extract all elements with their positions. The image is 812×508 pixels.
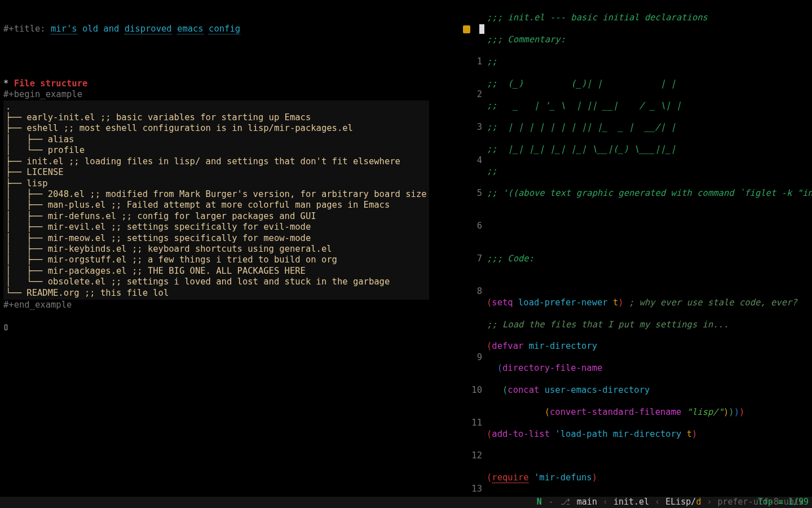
gutter-num: 12 — [460, 450, 487, 461]
tree-line: │ ├── mir-evil.el ;; settings specifical… — [6, 222, 311, 232]
tree-line: │ └── obsolete.el ;; settings i loved an… — [6, 277, 390, 287]
gutter-num: 5 — [460, 188, 487, 199]
org-heading-star: * — [3, 78, 14, 89]
gutter-num: 6 — [460, 221, 487, 231]
end-example: #+end_example — [3, 300, 72, 310]
example-block[interactable]: . ├── early-init.el ;; basic variables f… — [3, 100, 429, 300]
code-line: ;; — [487, 56, 812, 67]
code-line: ;;; Commentary: — [487, 34, 812, 45]
code-line — [487, 210, 812, 221]
buffer-name[interactable]: init.el — [610, 497, 652, 507]
gutter-num: 4 — [460, 155, 487, 166]
tree-line: ├── early-init.el ;; basic variables for… — [6, 112, 311, 122]
code-line: ;; | | | | | | | || |_ _ | __/| | — [487, 122, 812, 133]
code-line: (require 'mir-defuns) — [487, 472, 812, 483]
code-line: (setq load-prefer-newer t) ; why ever us… — [487, 297, 812, 308]
modeline-dash: - — [545, 497, 557, 507]
code-line: (directory-file-name — [487, 363, 812, 374]
code-line — [487, 275, 812, 286]
point-cursor — [479, 24, 484, 34]
gutter-num: 13 — [460, 484, 487, 494]
tree-line: ├── init.el ;; loading files in lisp/ an… — [6, 156, 400, 167]
separator-icon — [601, 497, 610, 507]
tree-line: . — [6, 102, 11, 112]
split-panes: #+title: mir's old and disproved emacs c… — [0, 0, 812, 497]
code-line — [487, 231, 812, 242]
tree-line: └── README.org ;; this file lol — [6, 288, 169, 298]
left-window-readme[interactable]: #+title: mir's old and disproved emacs c… — [0, 0, 460, 497]
right-window-init-el[interactable]: 1 1 2 3 4 5 6 7 8 9 10 11 12 13 14 15 16… — [460, 0, 812, 497]
scroll-position: Top ≡ 1/99 — [758, 497, 809, 507]
code-line: (defvar mir-directory — [487, 341, 812, 352]
code-line: ;; '((above text graphic generated with … — [487, 188, 812, 199]
separator-icon — [704, 497, 714, 507]
git-branch[interactable]: main — [573, 497, 601, 507]
code-line: ;;; init.el --- basic initial declaratio… — [487, 12, 812, 23]
tree-line: │ └── profile — [6, 145, 85, 155]
tree-line: │ ├── mir-orgstuff.el ;; a few things i … — [6, 255, 337, 265]
code-area[interactable]: ;;; init.el --- basic initial declaratio… — [487, 0, 812, 497]
gutter-num — [460, 319, 487, 330]
evil-state-indicator: N — [533, 497, 545, 507]
blank-line — [3, 310, 8, 321]
modeline[interactable]: N - ⎇ main init.el ELisp/d prefer-utf-8-… — [0, 497, 812, 508]
gutter-num: 11 — [460, 418, 487, 428]
gutter-num: 7 — [460, 253, 487, 264]
gutter-num: 10 — [460, 385, 487, 396]
code-line: ;; |_| |_| |_| |_| \__|(_) \___||_| — [487, 144, 812, 155]
org-heading[interactable]: File structure — [14, 78, 88, 89]
code-line: ;; Load the files that I put my settings… — [487, 319, 812, 330]
tree-line: │ ├── mir-defuns.el ;; config for larger… — [6, 211, 316, 221]
gutter-num: 9 — [460, 352, 487, 363]
tree-line: │ ├── 2048.el ;; modified from Mark Burg… — [6, 189, 427, 199]
begin-example: #+begin_example — [3, 89, 82, 99]
code-line — [487, 450, 812, 461]
gutter-current-line: 1 — [460, 24, 487, 34]
org-title-line: #+title: mir's old and disproved emacs c… — [0, 22, 460, 34]
tree-line: │ ├── alias — [6, 134, 74, 144]
code-line: ;;; Code: — [487, 253, 812, 264]
separator-icon — [652, 497, 662, 507]
tree-line: │ ├── mir-packages.el ;; THE BIG ONE. AL… — [6, 266, 306, 276]
gutter-num: 3 — [460, 122, 487, 133]
code-line: ;; (_) (_)| | | | — [487, 78, 812, 89]
tree-line: │ ├── mir-meow.el ;; settings specifical… — [6, 233, 311, 243]
code-line: ;; _ | '_ \ | || __| / _ \| | — [487, 100, 812, 111]
git-branch-icon: ⎇ — [557, 497, 573, 507]
gutter-num: 2 — [460, 89, 487, 100]
tree-line: ├── lisp — [6, 178, 48, 189]
tree-line: │ ├── man-plus.el ;; Failed attempt at m… — [6, 200, 390, 210]
tree-line: ├── eshell ;; most eshell configuration … — [6, 123, 353, 133]
gutter-num: 1 — [460, 56, 487, 67]
gutter-num: 8 — [460, 286, 487, 297]
emacs-frame: #+title: mir's old and disproved emacs c… — [0, 0, 812, 508]
tree-line: ├── LICENSE — [6, 167, 64, 177]
code-line: (convert-standard-filename "lisp/")))) — [487, 407, 812, 418]
blank-line — [3, 67, 8, 77]
code-line: ;; — [487, 166, 812, 177]
tree-line: │ ├── mir-keybinds.el ;; keyboard shortc… — [6, 244, 332, 254]
major-mode[interactable]: ELisp/d — [662, 497, 704, 507]
line-number-gutter: 1 1 2 3 4 5 6 7 8 9 10 11 12 13 14 15 16… — [460, 0, 487, 497]
code-line: (concat user-emacs-directory — [487, 385, 812, 396]
cursor-tail: ▯ — [3, 322, 8, 332]
code-line: (add-to-list 'load-path mir-directory t) — [487, 429, 812, 440]
